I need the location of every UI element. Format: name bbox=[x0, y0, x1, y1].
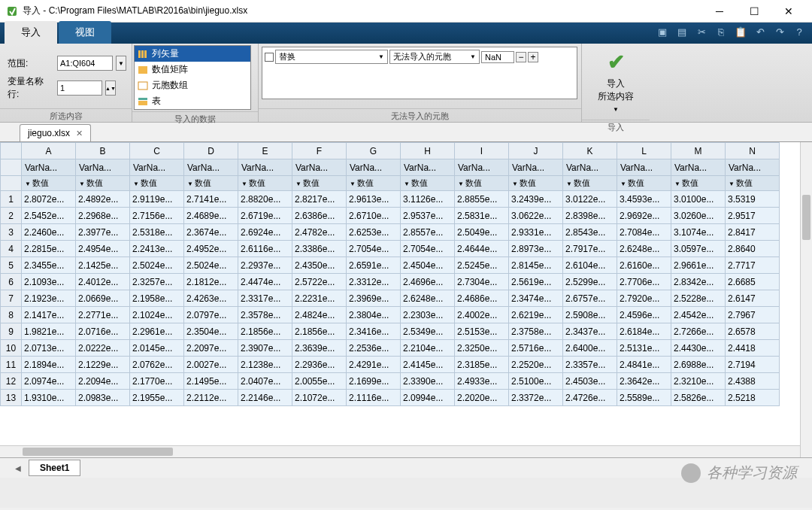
grid-cell[interactable]: 2.3386e... bbox=[292, 241, 347, 257]
grid-cell[interactable]: 2.3372e... bbox=[509, 390, 563, 406]
row-header[interactable]: 12 bbox=[1, 373, 22, 390]
copy-icon[interactable]: ⎘ bbox=[714, 25, 728, 38]
grid-cell[interactable]: 2.1238e... bbox=[238, 357, 292, 373]
grid-cell[interactable]: 2.2104e... bbox=[401, 340, 455, 357]
grid-cell[interactable]: 2.5024e... bbox=[130, 257, 184, 274]
type-numeric-matrix[interactable]: 数值矩阵 bbox=[135, 62, 250, 77]
grid-cell[interactable]: 2.3674e... bbox=[184, 224, 238, 241]
grid-cell[interactable]: 2.6116e... bbox=[238, 241, 292, 257]
grid-cell[interactable]: 2.4263e... bbox=[184, 290, 238, 307]
grid-cell[interactable]: 2.3504e... bbox=[184, 323, 238, 340]
grid-cell[interactable]: 2.4145e... bbox=[401, 357, 455, 373]
grid-cell[interactable]: 2.6400e... bbox=[563, 340, 617, 357]
grid-cell[interactable]: 2.7967 bbox=[726, 307, 780, 323]
grid-cell[interactable]: 2.5908e... bbox=[563, 307, 617, 323]
var-name-header[interactable]: VarNa... bbox=[509, 159, 563, 176]
grid-cell[interactable]: 2.2097e... bbox=[184, 340, 238, 357]
grid-cell[interactable]: 2.3578e... bbox=[238, 307, 292, 323]
var-name-header[interactable]: VarNa... bbox=[292, 159, 347, 176]
grid-cell[interactable]: 2.3250e... bbox=[455, 340, 509, 357]
output-type-list[interactable]: 列矢量 数值矩阵 元胞数组 表 bbox=[134, 45, 251, 110]
grid-cell[interactable]: 2.2936e... bbox=[292, 357, 347, 373]
grid-cell[interactable]: 2.6184e... bbox=[617, 323, 671, 340]
grid-cell[interactable]: 2.2520e... bbox=[509, 357, 563, 373]
grid-cell[interactable]: 2.5619e... bbox=[509, 274, 563, 290]
grid-cell[interactable]: 2.4596e... bbox=[617, 307, 671, 323]
grid-cell[interactable]: 2.0145e... bbox=[130, 340, 184, 357]
cut-icon[interactable]: ✂ bbox=[695, 25, 708, 38]
help-icon[interactable]: ? bbox=[792, 25, 806, 38]
grid-cell[interactable]: 2.6924e... bbox=[238, 224, 292, 241]
grid-cell[interactable]: 2.7917e... bbox=[563, 241, 617, 257]
grid-cell[interactable]: 2.1229e... bbox=[76, 357, 130, 373]
grid-cell[interactable]: 2.7706e... bbox=[617, 274, 671, 290]
grid-cell[interactable]: 2.1856e... bbox=[238, 323, 292, 340]
grid-cell[interactable]: 2.8543e... bbox=[563, 224, 617, 241]
grid-cell[interactable]: 2.4291e... bbox=[347, 357, 401, 373]
grid-cell[interactable]: 2.2020e... bbox=[455, 390, 509, 406]
var-name-header[interactable]: VarNa... bbox=[130, 159, 184, 176]
v-scroll-thumb[interactable] bbox=[802, 195, 810, 240]
grid-cell[interactable]: 2.8145e... bbox=[509, 257, 563, 274]
grid-cell[interactable]: 2.3455e... bbox=[22, 257, 76, 274]
grid-cell[interactable]: 2.5349e... bbox=[401, 323, 455, 340]
grid-cell[interactable]: 2.0407e... bbox=[238, 373, 292, 390]
grid-cell[interactable]: 2.2413e... bbox=[130, 241, 184, 257]
grid-cell[interactable]: 2.0055e... bbox=[292, 373, 347, 390]
type-column-vectors[interactable]: 列矢量 bbox=[135, 46, 250, 62]
row-header[interactable]: 5 bbox=[1, 257, 22, 274]
grid-cell[interactable]: 2.8557e... bbox=[401, 224, 455, 241]
column-type-header[interactable]: ▼数值 bbox=[292, 176, 347, 191]
grid-cell[interactable]: 2.7054e... bbox=[401, 241, 455, 257]
tab-view[interactable]: 视图 bbox=[59, 21, 111, 44]
grid-cell[interactable]: 3.1126e... bbox=[401, 191, 455, 208]
grid-cell[interactable]: 2.0713e... bbox=[22, 340, 76, 357]
row-header[interactable]: 13 bbox=[1, 390, 22, 406]
var-name-header[interactable]: VarNa... bbox=[563, 159, 617, 176]
grid-cell[interactable]: 2.0669e... bbox=[76, 290, 130, 307]
varrow-input[interactable] bbox=[57, 80, 102, 96]
row-header[interactable]: 4 bbox=[1, 241, 22, 257]
grid-cell[interactable]: 2.5831e... bbox=[455, 208, 509, 224]
grid-cell[interactable]: 2.2937e... bbox=[238, 257, 292, 274]
grid-cell[interactable]: 2.1699e... bbox=[347, 373, 401, 390]
grid-cell[interactable]: 2.4954e... bbox=[76, 241, 130, 257]
grid-cell[interactable]: 2.2536e... bbox=[347, 340, 401, 357]
grid-cell[interactable]: 2.0797e... bbox=[184, 307, 238, 323]
grid-cell[interactable]: 2.7156e... bbox=[130, 208, 184, 224]
grid-cell[interactable]: 2.4418 bbox=[726, 340, 780, 357]
grid-cell[interactable]: 2.8640 bbox=[726, 241, 780, 257]
var-name-header[interactable]: VarNa... bbox=[238, 159, 292, 176]
column-header[interactable]: G bbox=[347, 143, 401, 159]
column-header[interactable]: C bbox=[130, 143, 184, 159]
grid-cell[interactable]: 2.1770e... bbox=[130, 373, 184, 390]
grid-cell[interactable]: 2.2146e... bbox=[238, 390, 292, 406]
type-cell-array[interactable]: 元胞数组 bbox=[135, 77, 250, 93]
grid-cell[interactable]: 2.2460e... bbox=[22, 224, 76, 241]
grid-cell[interactable]: 2.6219e... bbox=[509, 307, 563, 323]
grid-cell[interactable]: 2.2231e... bbox=[292, 290, 347, 307]
grid-cell[interactable]: 2.6253e... bbox=[347, 224, 401, 241]
grid-cell[interactable]: 2.4388 bbox=[726, 373, 780, 390]
var-name-header[interactable]: VarNa... bbox=[76, 159, 130, 176]
column-type-header[interactable]: ▼数值 bbox=[617, 176, 671, 191]
column-header[interactable]: F bbox=[292, 143, 347, 159]
grid-cell[interactable]: 2.8417 bbox=[726, 224, 780, 241]
grid-cell[interactable]: 2.8973e... bbox=[509, 241, 563, 257]
grid-cell[interactable]: 2.4689e... bbox=[184, 208, 238, 224]
column-type-header[interactable]: ▼数值 bbox=[509, 176, 563, 191]
grid-cell[interactable]: 2.8217e... bbox=[292, 191, 347, 208]
column-type-header[interactable]: ▼数值 bbox=[455, 176, 509, 191]
grid-cell[interactable]: 3.0100e... bbox=[671, 191, 726, 208]
grid-cell[interactable]: 2.4952e... bbox=[184, 241, 238, 257]
var-name-header[interactable]: VarNa... bbox=[671, 159, 726, 176]
grid-cell[interactable]: 2.1856e... bbox=[292, 323, 347, 340]
var-name-header[interactable]: VarNa... bbox=[617, 159, 671, 176]
add-rule-button[interactable]: + bbox=[528, 52, 538, 62]
grid-cell[interactable]: 2.5299e... bbox=[563, 274, 617, 290]
column-type-header[interactable]: ▼数值 bbox=[184, 176, 238, 191]
grid-cell[interactable]: 2.9613e... bbox=[347, 191, 401, 208]
remove-rule-button[interactable]: − bbox=[516, 52, 526, 62]
row-header[interactable]: 9 bbox=[1, 323, 22, 340]
grid-cell[interactable]: 2.5049e... bbox=[455, 224, 509, 241]
